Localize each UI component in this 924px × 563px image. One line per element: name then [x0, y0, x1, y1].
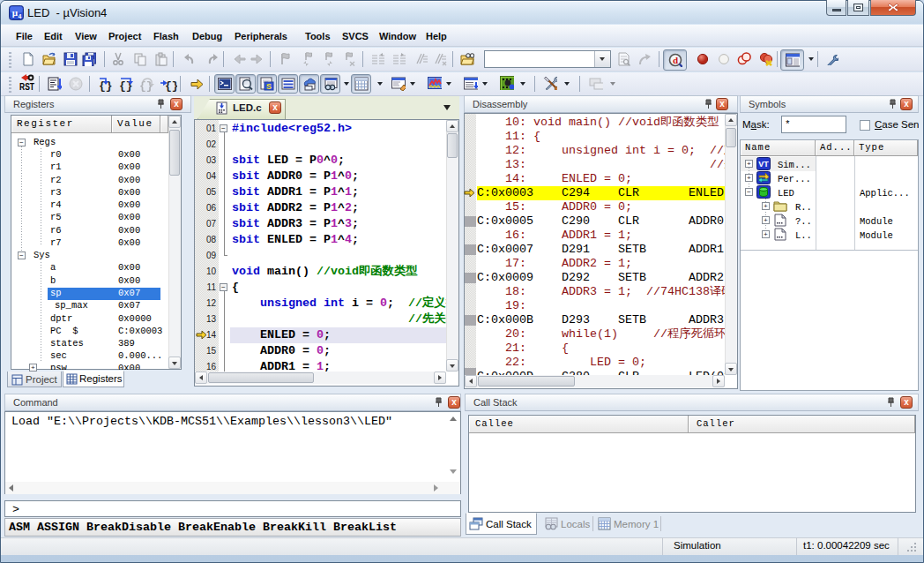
svg-text:4: 4	[19, 13, 22, 19]
svg-text:d: d	[673, 55, 678, 65]
svg-text:RST: RST	[19, 82, 34, 92]
svg-text:VT: VT	[758, 160, 769, 169]
svg-text:S: S	[266, 82, 272, 91]
svg-text:{}: {}	[165, 79, 177, 92]
